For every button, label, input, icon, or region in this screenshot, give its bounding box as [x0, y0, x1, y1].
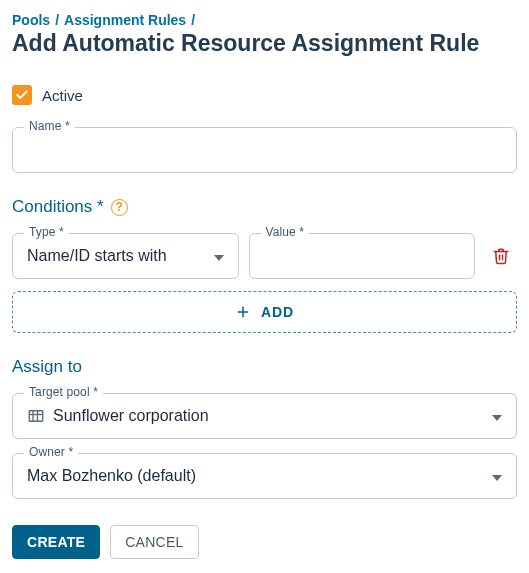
conditions-label: Conditions * [12, 197, 104, 217]
target-pool-select[interactable]: Sunflower corporation [12, 393, 517, 439]
chevron-down-icon [492, 467, 502, 485]
condition-type-select[interactable]: Name/ID starts with [12, 233, 239, 279]
trash-icon [492, 246, 510, 266]
check-icon [15, 88, 29, 102]
owner-select[interactable]: Max Bozhenko (default) [12, 453, 517, 499]
condition-value-field: Value * [249, 233, 476, 279]
breadcrumb-separator: / [191, 12, 195, 28]
add-condition-button[interactable]: ADD [12, 291, 517, 333]
active-row: Active [12, 85, 517, 105]
breadcrumb-pools[interactable]: Pools [12, 12, 50, 28]
condition-type-field: Type * Name/ID starts with [12, 233, 239, 279]
active-checkbox[interactable] [12, 85, 32, 105]
target-pool-label: Target pool * [24, 385, 103, 399]
cancel-button[interactable]: CANCEL [110, 525, 198, 559]
owner-value: Max Bozhenko (default) [27, 467, 196, 485]
condition-row: Type * Name/ID starts with Value * [12, 233, 517, 289]
create-button[interactable]: CREATE [12, 525, 100, 559]
svg-rect-2 [29, 411, 43, 422]
plus-icon [235, 304, 251, 320]
delete-condition-button[interactable] [485, 233, 517, 279]
breadcrumb: Pools / Assignment Rules / [12, 12, 517, 28]
assign-to-label: Assign to [12, 357, 82, 377]
breadcrumb-assignment-rules[interactable]: Assignment Rules [64, 12, 186, 28]
form-actions: CREATE CANCEL [12, 525, 517, 559]
condition-value-input[interactable] [249, 233, 476, 279]
name-label: Name * [24, 119, 75, 133]
pool-icon [27, 407, 45, 425]
condition-value-label: Value * [261, 225, 310, 239]
chevron-down-icon [214, 247, 224, 265]
assign-to-heading: Assign to [12, 357, 517, 377]
owner-field: Owner * Max Bozhenko (default) [12, 453, 517, 499]
condition-type-label: Type * [24, 225, 69, 239]
breadcrumb-separator: / [55, 12, 59, 28]
add-button-label: ADD [261, 304, 294, 320]
help-icon[interactable]: ? [111, 199, 128, 216]
target-pool-value: Sunflower corporation [53, 407, 209, 425]
name-input[interactable] [12, 127, 517, 173]
page-title: Add Automatic Resource Assignment Rule [12, 30, 517, 57]
target-pool-field: Target pool * Sunflower corporation [12, 393, 517, 439]
condition-type-value: Name/ID starts with [27, 247, 167, 265]
owner-label: Owner * [24, 445, 78, 459]
name-field: Name * [12, 127, 517, 173]
chevron-down-icon [492, 407, 502, 425]
conditions-heading: Conditions * ? [12, 197, 517, 217]
active-label: Active [42, 87, 83, 104]
